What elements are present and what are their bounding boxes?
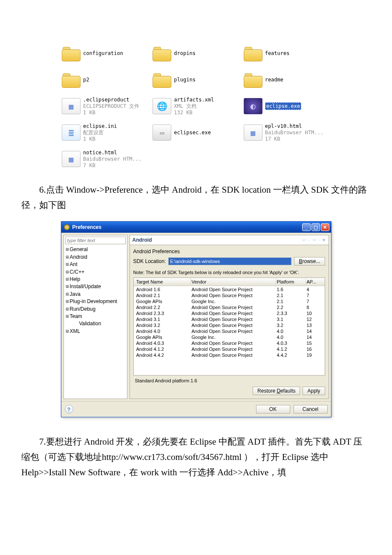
expand-icon[interactable]: ⊞	[65, 254, 70, 261]
expand-icon[interactable]: ⊞	[65, 246, 70, 253]
expand-icon[interactable]: ⊞	[65, 291, 70, 298]
table-row[interactable]: Android 4.0Android Open Source Project4.…	[134, 328, 325, 334]
tree-item[interactable]: ⊞Android	[65, 254, 126, 261]
file-item[interactable]: .eclipseproductECLIPSEPRODUCT 文件1 KB	[62, 95, 148, 117]
maximize-button[interactable]: ▢	[311, 223, 320, 231]
apply-button[interactable]: Apply	[303, 387, 325, 395]
file-item[interactable]: epl-v10.htmlBaiduBrowser HTM...17 KB	[244, 122, 330, 143]
cancel-button[interactable]: Cancel	[294, 405, 328, 413]
table-cell: 7	[306, 299, 323, 304]
table-cell: 4.0	[276, 335, 306, 340]
nav-fwd-icon[interactable]: ⇨	[312, 237, 317, 243]
sdk-location-input[interactable]	[168, 257, 291, 265]
file-item[interactable]: p2	[62, 69, 148, 90]
folder-icon	[153, 72, 171, 88]
table-cell: 4.0.3	[276, 341, 306, 346]
file-name: notice.html	[83, 150, 117, 156]
table-row[interactable]: Android 4.4.2Android Open Source Project…	[134, 352, 325, 358]
preferences-tree[interactable]: ⊞General⊞Android⊞Ant⊞C/C++⊞Help⊞Install/…	[65, 246, 126, 335]
reload-note: Note: The list of SDK Targets below is o…	[133, 270, 325, 275]
table-cell: 3.1	[276, 317, 306, 322]
file-size: 1 KB	[83, 136, 117, 142]
table-cell: 7	[306, 293, 323, 298]
file-item[interactable]: dropins	[153, 43, 239, 64]
file-item[interactable]: configuration	[62, 43, 148, 64]
help-icon[interactable]: ?	[65, 405, 73, 413]
folder-icon	[244, 45, 262, 61]
tree-item[interactable]: ⊞C/C++	[65, 269, 126, 276]
expand-icon[interactable]: ⊞	[65, 306, 70, 313]
file-icon	[244, 124, 262, 141]
sdk-targets-table[interactable]: Target NameVendorPlatformAP... Android 1…	[133, 278, 325, 376]
tree-item[interactable]: ⊞Help	[65, 276, 126, 283]
table-header[interactable]: Target NameVendorPlatformAP...	[134, 278, 325, 286]
file-item[interactable]: artifacts.xmlXML 文档132 KB	[153, 95, 239, 117]
table-row[interactable]: Android 2.1Android Open Source Project2.…	[134, 292, 325, 298]
file-subtext: ECLIPSEPRODUCT 文件	[83, 103, 139, 110]
close-button[interactable]: ✕	[321, 223, 329, 231]
banner-tools[interactable]: ⇦ · ⇨ · ▾	[302, 237, 326, 243]
expand-icon[interactable]: ⊞	[65, 328, 70, 335]
column-header[interactable]: Platform	[276, 278, 306, 285]
file-item[interactable]: features	[244, 43, 330, 64]
table-row[interactable]: Android 4.0.3Android Open Source Project…	[134, 340, 325, 346]
table-row[interactable]: Android 3.2Android Open Source Project3.…	[134, 322, 325, 328]
table-cell: Android Open Source Project	[191, 353, 276, 358]
tree-item[interactable]: ⊞Team	[65, 313, 126, 320]
table-cell: Android 2.2	[135, 305, 191, 310]
table-row[interactable]: Android 1.6Android Open Source Project1.…	[134, 286, 325, 292]
preferences-tree-panel: ⊞General⊞Android⊞Ant⊞C/C++⊞Help⊞Install/…	[63, 235, 127, 399]
file-icon	[153, 124, 171, 141]
preferences-dialog: Preferences _ ▢ ✕ ⊞General⊞Android⊞Ant⊞C…	[61, 221, 331, 417]
paragraph-6: 6.点击 Window->Preference，选中 Android，在 SDK…	[21, 182, 371, 213]
table-cell: 4	[306, 287, 323, 292]
expand-icon[interactable]: ⊞	[65, 283, 70, 290]
column-header[interactable]: Vendor	[191, 278, 276, 285]
minimize-button[interactable]: _	[302, 223, 311, 231]
file-name: features	[265, 50, 290, 56]
file-item[interactable]: eclipsec.exe	[153, 122, 239, 143]
folder-icon	[153, 45, 171, 61]
titlebar[interactable]: Preferences _ ▢ ✕	[61, 222, 331, 233]
tree-item[interactable]: Validation	[65, 320, 126, 327]
tree-item[interactable]: ⊞Plug-in Development	[65, 298, 126, 305]
tree-item[interactable]: ⊞Run/Debug	[65, 306, 126, 313]
tree-item[interactable]: ⊞XML	[65, 328, 126, 335]
column-header[interactable]: Target Name	[135, 278, 191, 285]
file-name: eclipsec.exe	[174, 130, 211, 136]
table-row[interactable]: Android 3.1Android Open Source Project3.…	[134, 316, 325, 322]
selected-target-status: Standard Android platform 1.6	[133, 376, 325, 384]
tree-item[interactable]: ⊞Java	[65, 291, 126, 298]
restore-defaults-button[interactable]: Restore Defaults	[253, 387, 300, 395]
table-cell: 2.1	[276, 299, 306, 304]
file-item[interactable]: notice.htmlBaiduBrowser HTM...7 KB	[62, 148, 148, 170]
table-row[interactable]: Android 2.3.3Android Open Source Project…	[134, 310, 325, 316]
window-title: Preferences	[72, 224, 102, 230]
tree-item[interactable]: ⊞General	[65, 246, 126, 253]
expand-icon[interactable]: ⊞	[65, 276, 70, 283]
table-cell: Google APIs	[135, 335, 191, 340]
table-row[interactable]: Google APIsGoogle Inc.4.014	[134, 334, 325, 340]
table-cell: 1.6	[276, 287, 306, 292]
table-row[interactable]: Google APIsGoogle Inc.2.17	[134, 298, 325, 304]
ok-button[interactable]: OK	[256, 405, 290, 413]
file-item[interactable]: eclipse.exe	[244, 95, 330, 117]
table-row[interactable]: Android 4.1.2Android Open Source Project…	[134, 346, 325, 352]
nav-back-icon[interactable]: ⇦	[302, 237, 307, 243]
table-row[interactable]: Android 2.2Android Open Source Project2.…	[134, 304, 325, 310]
column-header[interactable]: AP...	[306, 278, 323, 285]
file-item[interactable]: readme	[244, 69, 330, 90]
table-cell: 2.2	[276, 305, 306, 310]
file-subtext: 配置设置	[83, 130, 117, 136]
expand-icon[interactable]: ⊞	[65, 269, 70, 276]
file-name: .eclipseproduct	[83, 97, 129, 103]
expand-icon[interactable]: ⊞	[65, 313, 70, 320]
filter-input[interactable]	[65, 237, 126, 244]
expand-icon[interactable]: ⊞	[65, 261, 70, 268]
file-item[interactable]: plugins	[153, 69, 239, 90]
expand-icon[interactable]: ⊞	[65, 298, 70, 305]
browse-button[interactable]: Browse...	[294, 257, 325, 266]
tree-item[interactable]: ⊞Ant	[65, 261, 126, 268]
tree-item[interactable]: ⊞Install/Update	[65, 283, 126, 290]
file-item[interactable]: eclipse.ini配置设置1 KB	[62, 122, 148, 143]
